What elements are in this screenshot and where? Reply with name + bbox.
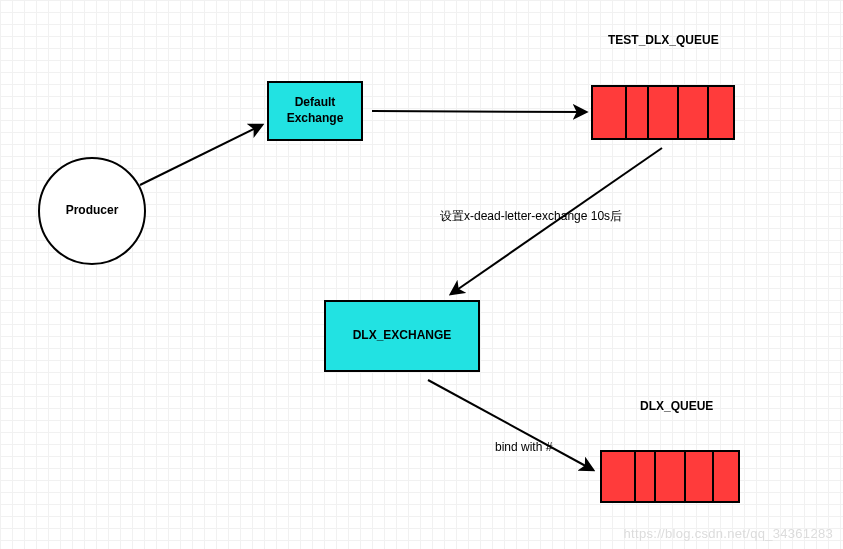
queue-segment	[649, 87, 679, 138]
queue-segment	[602, 452, 636, 501]
default-exchange-label-1: Default	[295, 95, 336, 111]
producer-label: Producer	[66, 203, 119, 219]
edge-dlx-exchange-to-dlx-queue	[428, 380, 593, 470]
test-dlx-queue-title: TEST_DLX_QUEUE	[608, 33, 719, 47]
queue-segment	[709, 87, 733, 138]
queue-segment	[679, 87, 709, 138]
dead-letter-edge-label: 设置x-dead-letter-exchange 10s后	[440, 208, 622, 225]
queue-segment	[714, 452, 738, 501]
edge-producer-to-default	[140, 125, 262, 185]
queue-segment	[627, 87, 649, 138]
default-exchange-node: Default Exchange	[267, 81, 363, 141]
dlx-queue	[600, 450, 740, 503]
test-dlx-queue	[591, 85, 735, 140]
bind-edge-label: bind with #	[495, 440, 552, 454]
default-exchange-label-2: Exchange	[287, 111, 344, 127]
producer-node: Producer	[38, 157, 146, 265]
dlx-queue-title: DLX_QUEUE	[640, 399, 713, 413]
queue-segment	[593, 87, 627, 138]
dlx-exchange-label: DLX_EXCHANGE	[353, 328, 452, 344]
watermark: https://blog.csdn.net/qq_34361283	[624, 526, 833, 541]
edge-default-to-test-queue	[372, 111, 586, 112]
queue-segment	[656, 452, 686, 501]
queue-segment	[686, 452, 714, 501]
dlx-exchange-node: DLX_EXCHANGE	[324, 300, 480, 372]
queue-segment	[636, 452, 656, 501]
